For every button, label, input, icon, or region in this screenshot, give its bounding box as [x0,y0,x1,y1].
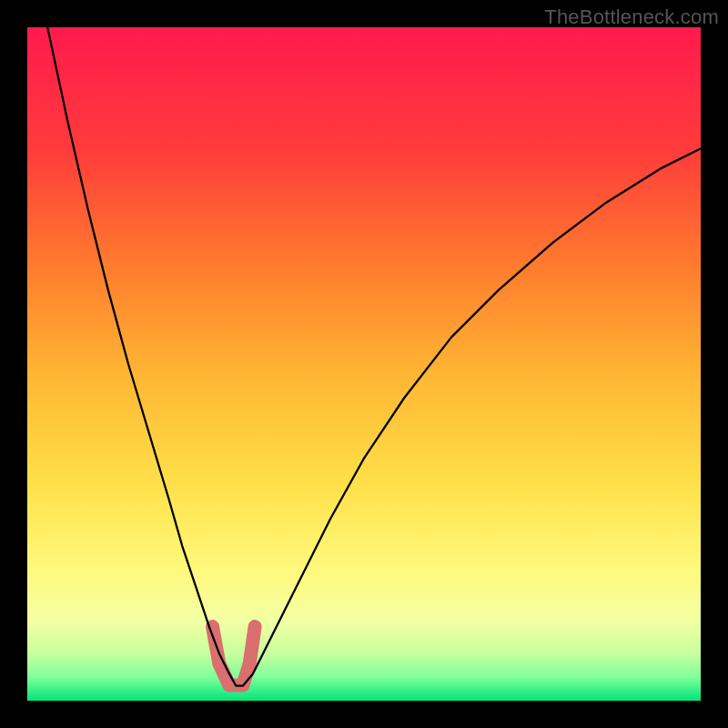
watermark-text: TheBottleneck.com [544,5,719,29]
chart-frame [27,27,701,701]
bottleneck-chart [27,27,701,701]
